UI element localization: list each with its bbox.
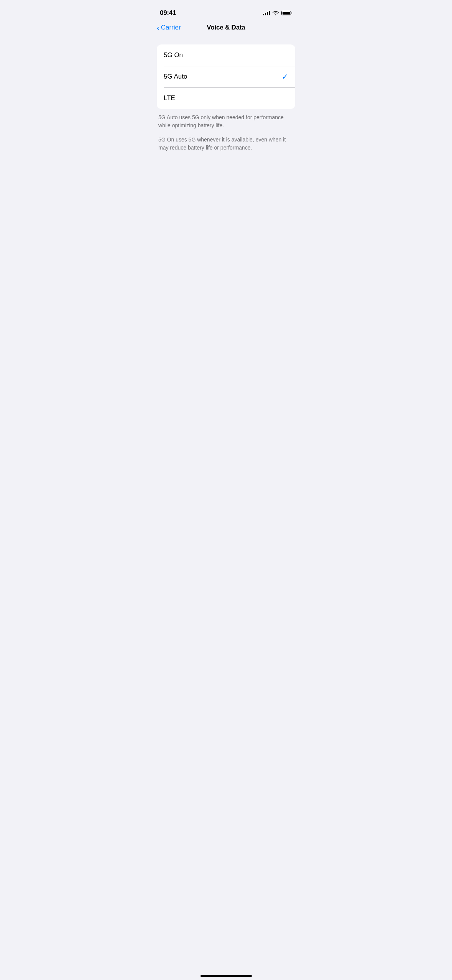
status-bar: 09:41 [151,0,301,21]
options-card: 5G On 5G Auto ✓ LTE [157,44,295,109]
option-lte[interactable]: LTE [157,87,295,109]
main-content: 5G On 5G Auto ✓ LTE 5G Auto uses 5G only… [151,38,301,152]
signal-bar-2 [265,13,266,15]
signal-bars-icon [263,11,270,15]
battery-icon [281,11,292,15]
status-icons [263,11,292,15]
battery-body [281,11,291,15]
option-lte-label: LTE [164,94,175,102]
battery-tip [291,12,292,14]
back-label: Carrier [161,24,181,31]
signal-bar-3 [267,12,268,15]
checkmark-icon: ✓ [282,72,288,81]
page-title: Voice & Data [207,24,245,31]
description-5g-auto: 5G Auto uses 5G only when needed for per… [158,113,294,130]
status-time: 09:41 [160,9,176,17]
nav-bar: ‹ Carrier Voice & Data [151,21,301,38]
battery-fill [283,12,290,15]
signal-bar-4 [269,11,270,15]
option-5g-on[interactable]: 5G On [157,44,295,66]
description-section: 5G Auto uses 5G only when needed for per… [157,113,295,152]
back-chevron-icon: ‹ [157,24,159,31]
option-5g-auto[interactable]: 5G Auto ✓ [157,66,295,87]
signal-bar-1 [263,14,264,15]
option-5g-on-label: 5G On [164,51,183,59]
wifi-icon [273,11,279,15]
option-5g-auto-label: 5G Auto [164,73,187,81]
description-5g-on: 5G On uses 5G whenever it is available, … [158,136,294,152]
back-button[interactable]: ‹ Carrier [157,24,181,31]
